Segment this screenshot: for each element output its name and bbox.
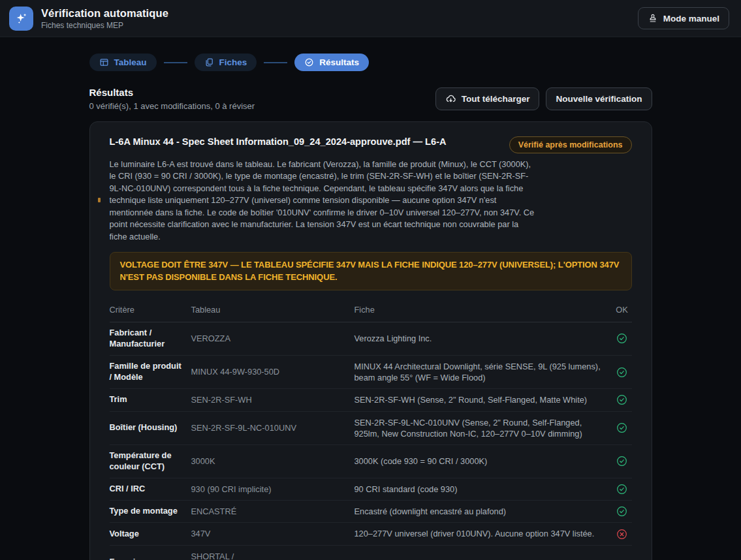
new-verification-label: Nouvelle vérification <box>556 94 642 104</box>
mode-manuel-button[interactable]: Mode manuel <box>638 7 729 29</box>
table-header-row: Critère Tableau Fiche OK <box>110 300 632 322</box>
documents-icon <box>204 57 214 67</box>
step-tableau[interactable]: Tableau <box>89 54 157 71</box>
cell-critere: Voltage <box>110 529 191 540</box>
table-row: Famille de produit / ModèleMINUX 44-9W-9… <box>110 356 632 390</box>
table-row: CRI / IRC930 (90 CRI implicite)90 CRI st… <box>110 478 632 501</box>
cell-tableau: 930 (90 CRI implicite) <box>191 484 355 495</box>
card-title: L-6A Minux 44 - Spec Sheet Information_0… <box>110 136 447 147</box>
stepper-connector <box>164 62 187 63</box>
download-all-button[interactable]: Tout télécharger <box>435 87 540 110</box>
cell-tableau: SEN-2R-SF-9L-NC-010UNV <box>191 422 355 433</box>
table-row: TrimSEN-2R-SF-WHSEN-2R-SF-WH (Sense, 2" … <box>110 389 632 411</box>
download-all-label: Tout télécharger <box>462 94 530 104</box>
step-fiches-label: Fiches <box>219 57 247 67</box>
warning-banner: VOLTAGE DOIT ÊTRE 347V — LE TABLEAU SPÉC… <box>110 252 632 290</box>
results-heading-block: Résultats 0 vérifié(s), 1 avec modificat… <box>89 87 255 111</box>
cell-tableau: 3000K <box>191 456 355 467</box>
table-row: Voltage347V120–277V universel (driver 01… <box>110 523 632 545</box>
status-check-icon <box>612 506 632 517</box>
cell-critere: Famille de produit / Modèle <box>110 361 191 383</box>
sparkle-icon <box>9 7 33 31</box>
table-row: Type de montageENCASTRÉEncastré (downlig… <box>110 501 632 523</box>
app-header: Vérification automatique Fiches techniqu… <box>0 0 741 37</box>
status-badge: Vérifié après modifications <box>509 136 632 153</box>
page-subtitle: Fiches techniques MEP <box>41 21 168 30</box>
cloud-download-icon <box>445 93 456 104</box>
cell-fiche: SEN-2R-SF-9L-NC-010UNV (Sense, 2" Round,… <box>355 417 612 440</box>
stamp-icon <box>648 13 658 23</box>
col-tableau: Tableau <box>191 305 355 315</box>
cell-tableau: VEROZZA <box>191 333 355 344</box>
status-check-icon <box>612 456 632 467</box>
status-error-icon <box>612 529 632 540</box>
cell-critere: CRI / IRC <box>110 484 191 495</box>
step-resultats[interactable]: Résultats <box>294 54 369 71</box>
cell-critere: Boîtier (Housing) <box>110 422 191 433</box>
col-critere: Critère <box>110 305 191 315</box>
cell-fiche: 90 CRI standard (code 930) <box>355 484 612 495</box>
cell-fiche: MINUX 44 Architectural Downlight, série … <box>355 361 612 384</box>
comparison-table-body: Fabricant / ManufacturierVEROZZAVerozza … <box>110 322 632 560</box>
comparison-table: Critère Tableau Fiche OK Fabricant / Man… <box>110 300 632 560</box>
col-ok: OK <box>612 305 632 315</box>
cell-tableau: SEN-2R-SF-WH <box>191 394 355 405</box>
card-header: L-6A Minux 44 - Spec Sheet Information_0… <box>110 136 632 153</box>
cell-critere: Trim <box>110 394 191 405</box>
stepper: Tableau Fiches Résultats <box>89 54 652 71</box>
cell-fiche: Encastré (downlight encastré au plafond) <box>355 506 612 517</box>
check-circle-icon <box>304 57 314 67</box>
stepper-connector <box>264 62 287 63</box>
cell-critere: Fournisseur (contact) <box>110 557 191 560</box>
cell-tableau: MINUX 44-9W-930-50D <box>191 366 355 377</box>
cell-tableau: ENCASTRÉ <box>191 506 355 517</box>
card-description: Le luminaire L6-A est trouvé dans le tab… <box>110 159 535 243</box>
results-header: Résultats 0 vérifié(s), 1 avec modificat… <box>89 87 652 111</box>
app-titles: Vérification automatique Fiches techniqu… <box>41 7 168 30</box>
main-content: Tableau Fiches Résultats Ré <box>89 37 652 560</box>
results-title: Résultats <box>89 87 255 98</box>
table-row: Fournisseur (contact)SHORTAL / EWEISSMAN… <box>110 546 632 560</box>
app-identity: Vérification automatique Fiches techniqu… <box>9 7 168 31</box>
result-card: L-6A Minux 44 - Spec Sheet Information_0… <box>89 121 652 560</box>
accent-dot <box>98 198 101 202</box>
cell-critere: Type de montage <box>110 506 191 517</box>
col-fiche: Fiche <box>355 305 612 315</box>
step-resultats-label: Résultats <box>319 57 359 67</box>
cell-fiche: 120–277V universel (driver 010UNV). Aucu… <box>355 528 612 539</box>
new-verification-button[interactable]: Nouvelle vérification <box>546 87 652 110</box>
cell-tableau: 347V <box>191 528 355 539</box>
status-check-icon <box>612 367 632 378</box>
status-check-icon <box>612 484 632 495</box>
cell-fiche: Verozza Lighting Inc. <box>355 333 612 344</box>
results-summary: 0 vérifié(s), 1 avec modifications, 0 à … <box>89 101 255 111</box>
cell-tableau: SHORTAL / EWEISSMAN@SHORTALL.CA / 514-78… <box>191 551 355 560</box>
mode-manuel-label: Mode manuel <box>663 14 719 23</box>
table-row: Température de couleur (CCT)3000K3000K (… <box>110 445 632 478</box>
table-icon <box>99 57 109 67</box>
step-tableau-label: Tableau <box>114 57 147 67</box>
page-title: Vérification automatique <box>41 7 168 20</box>
cell-fiche: 3000K (code 930 = 90 CRI / 3000K) <box>355 456 612 467</box>
table-row: Fabricant / ManufacturierVEROZZAVerozza … <box>110 322 632 356</box>
status-check-icon <box>612 394 632 405</box>
cell-fiche: SEN-2R-SF-WH (Sense, 2" Round, Self-Flan… <box>355 394 612 405</box>
results-actions: Tout télécharger Nouvelle vérification <box>435 87 652 110</box>
status-check-icon <box>612 333 632 344</box>
cell-critere: Fabricant / Manufacturier <box>110 328 191 350</box>
cell-critere: Température de couleur (CCT) <box>110 450 191 473</box>
step-fiches[interactable]: Fiches <box>195 54 257 71</box>
status-check-icon <box>612 422 632 433</box>
table-row: Boîtier (Housing)SEN-2R-SF-9L-NC-010UNVS… <box>110 412 632 446</box>
